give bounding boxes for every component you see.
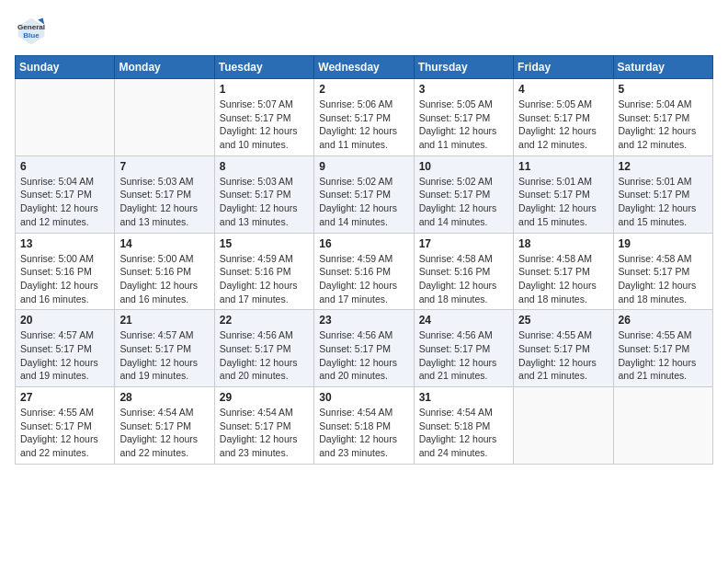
calendar-day-cell: 2Sunrise: 5:06 AMSunset: 5:17 PMDaylight… [314,79,414,156]
day-number: 2 [319,83,408,96]
day-info: Sunrise: 5:03 AMSunset: 5:17 PMDaylight:… [119,175,209,229]
day-number: 21 [119,314,209,327]
day-info: Sunrise: 5:06 AMSunset: 5:17 PMDaylight:… [319,98,408,152]
day-number: 3 [419,83,508,96]
day-number: 13 [20,237,109,250]
calendar-header-row: SundayMondayTuesdayWednesdayThursdayFrid… [16,56,713,79]
logo: General Blue [15,15,48,48]
day-number: 27 [20,391,109,404]
day-info: Sunrise: 5:01 AMSunset: 5:17 PMDaylight:… [619,175,708,229]
calendar-day-cell: 10Sunrise: 5:02 AMSunset: 5:17 PMDayligh… [414,155,513,233]
day-info: Sunrise: 4:58 AMSunset: 5:16 PMDaylight:… [419,252,508,306]
calendar-day-cell: 3Sunrise: 5:05 AMSunset: 5:17 PMDaylight… [414,79,513,156]
calendar-week-row: 20Sunrise: 4:57 AMSunset: 5:17 PMDayligh… [16,310,713,387]
day-info: Sunrise: 4:56 AMSunset: 5:17 PMDaylight:… [220,328,309,383]
header: General Blue [15,15,713,48]
svg-text:Blue: Blue [23,31,40,40]
calendar-day-cell: 23Sunrise: 4:56 AMSunset: 5:17 PMDayligh… [314,310,414,387]
day-info: Sunrise: 4:54 AMSunset: 5:18 PMDaylight:… [419,406,508,460]
day-info: Sunrise: 4:56 AMSunset: 5:17 PMDaylight:… [319,328,408,383]
calendar-week-row: 27Sunrise: 4:55 AMSunset: 5:17 PMDayligh… [16,387,713,465]
day-number: 18 [518,237,608,250]
calendar-day-cell: 28Sunrise: 4:54 AMSunset: 5:17 PMDayligh… [115,387,214,465]
calendar: SundayMondayTuesdayWednesdayThursdayFrid… [15,55,713,465]
calendar-day-cell: 29Sunrise: 4:54 AMSunset: 5:17 PMDayligh… [214,387,313,465]
day-number: 29 [220,391,309,404]
empty-cell [613,387,712,465]
calendar-day-cell: 19Sunrise: 4:58 AMSunset: 5:17 PMDayligh… [613,233,712,310]
day-info: Sunrise: 4:54 AMSunset: 5:17 PMDaylight:… [119,406,209,460]
calendar-day-cell: 16Sunrise: 4:59 AMSunset: 5:16 PMDayligh… [314,233,414,310]
day-info: Sunrise: 4:57 AMSunset: 5:17 PMDaylight:… [20,328,109,383]
day-number: 23 [319,314,408,327]
day-info: Sunrise: 5:04 AMSunset: 5:17 PMDaylight:… [619,98,708,152]
day-info: Sunrise: 5:00 AMSunset: 5:16 PMDaylight:… [20,252,109,306]
day-info: Sunrise: 4:55 AMSunset: 5:17 PMDaylight:… [518,328,608,383]
day-info: Sunrise: 4:54 AMSunset: 5:17 PMDaylight:… [220,406,309,460]
day-number: 6 [20,160,109,173]
calendar-day-cell: 7Sunrise: 5:03 AMSunset: 5:17 PMDaylight… [115,155,214,233]
column-header-monday: Monday [115,56,214,79]
calendar-day-cell: 11Sunrise: 5:01 AMSunset: 5:17 PMDayligh… [514,155,613,233]
column-header-friday: Friday [514,56,613,79]
calendar-day-cell: 30Sunrise: 4:54 AMSunset: 5:18 PMDayligh… [314,387,414,465]
calendar-day-cell: 4Sunrise: 5:05 AMSunset: 5:17 PMDaylight… [514,79,613,156]
day-info: Sunrise: 5:07 AMSunset: 5:17 PMDaylight:… [220,98,309,152]
day-info: Sunrise: 4:59 AMSunset: 5:16 PMDaylight:… [319,252,408,306]
calendar-day-cell: 25Sunrise: 4:55 AMSunset: 5:17 PMDayligh… [514,310,613,387]
day-number: 9 [319,160,408,173]
day-number: 4 [518,83,608,96]
calendar-day-cell: 20Sunrise: 4:57 AMSunset: 5:17 PMDayligh… [16,310,115,387]
day-number: 26 [619,314,708,327]
day-number: 1 [220,83,309,96]
day-info: Sunrise: 4:58 AMSunset: 5:17 PMDaylight:… [619,252,708,306]
day-number: 8 [220,160,309,173]
day-info: Sunrise: 5:01 AMSunset: 5:17 PMDaylight:… [518,175,608,229]
day-number: 24 [419,314,508,327]
calendar-day-cell: 21Sunrise: 4:57 AMSunset: 5:17 PMDayligh… [115,310,214,387]
calendar-day-cell: 5Sunrise: 5:04 AMSunset: 5:17 PMDaylight… [613,79,712,156]
day-info: Sunrise: 4:56 AMSunset: 5:17 PMDaylight:… [419,328,508,383]
calendar-day-cell: 9Sunrise: 5:02 AMSunset: 5:17 PMDaylight… [314,155,414,233]
day-info: Sunrise: 5:02 AMSunset: 5:17 PMDaylight:… [419,175,508,229]
day-number: 25 [518,314,608,327]
column-header-thursday: Thursday [414,56,513,79]
calendar-day-cell: 1Sunrise: 5:07 AMSunset: 5:17 PMDaylight… [214,79,313,156]
calendar-day-cell: 31Sunrise: 4:54 AMSunset: 5:18 PMDayligh… [414,387,513,465]
column-header-tuesday: Tuesday [214,56,313,79]
empty-cell [514,387,613,465]
day-number: 15 [220,237,309,250]
day-number: 16 [319,237,408,250]
calendar-day-cell: 27Sunrise: 4:55 AMSunset: 5:17 PMDayligh… [16,387,115,465]
day-number: 7 [119,160,209,173]
day-number: 14 [119,237,209,250]
day-info: Sunrise: 5:04 AMSunset: 5:17 PMDaylight:… [20,175,109,229]
calendar-day-cell: 22Sunrise: 4:56 AMSunset: 5:17 PMDayligh… [214,310,313,387]
day-info: Sunrise: 4:55 AMSunset: 5:17 PMDaylight:… [619,328,708,383]
calendar-day-cell: 24Sunrise: 4:56 AMSunset: 5:17 PMDayligh… [414,310,513,387]
day-info: Sunrise: 5:00 AMSunset: 5:16 PMDaylight:… [119,252,209,306]
calendar-week-row: 6Sunrise: 5:04 AMSunset: 5:17 PMDaylight… [16,155,713,233]
day-number: 30 [319,391,408,404]
svg-text:General: General [17,23,45,31]
empty-cell [115,79,214,156]
day-info: Sunrise: 5:05 AMSunset: 5:17 PMDaylight:… [518,98,608,152]
calendar-day-cell: 18Sunrise: 4:58 AMSunset: 5:17 PMDayligh… [514,233,613,310]
day-number: 12 [619,160,708,173]
day-number: 10 [419,160,508,173]
calendar-day-cell: 12Sunrise: 5:01 AMSunset: 5:17 PMDayligh… [613,155,712,233]
calendar-day-cell: 6Sunrise: 5:04 AMSunset: 5:17 PMDaylight… [16,155,115,233]
day-number: 17 [419,237,508,250]
empty-cell [16,79,115,156]
column-header-saturday: Saturday [613,56,712,79]
day-info: Sunrise: 4:55 AMSunset: 5:17 PMDaylight:… [20,406,109,460]
day-number: 22 [220,314,309,327]
day-number: 19 [619,237,708,250]
calendar-week-row: 13Sunrise: 5:00 AMSunset: 5:16 PMDayligh… [16,233,713,310]
day-number: 5 [619,83,708,96]
column-header-wednesday: Wednesday [314,56,414,79]
day-info: Sunrise: 4:57 AMSunset: 5:17 PMDaylight:… [119,328,209,383]
calendar-day-cell: 13Sunrise: 5:00 AMSunset: 5:16 PMDayligh… [16,233,115,310]
calendar-day-cell: 17Sunrise: 4:58 AMSunset: 5:16 PMDayligh… [414,233,513,310]
day-number: 20 [20,314,109,327]
